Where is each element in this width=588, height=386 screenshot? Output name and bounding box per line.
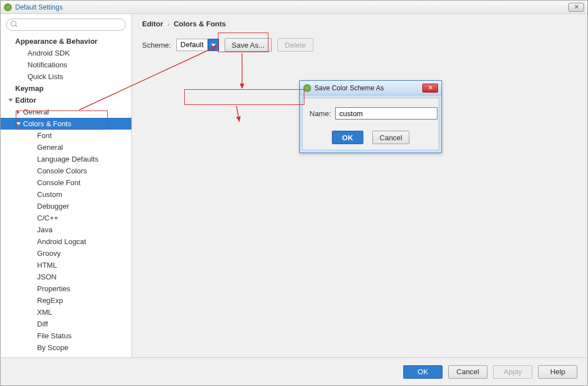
tree-label: RegExp (37, 296, 63, 305)
tree-label: Properties (37, 284, 70, 293)
crumb-root: Editor (142, 20, 163, 28)
dialog-close-button[interactable]: ✕ (422, 84, 438, 93)
tree-json[interactable]: JSON (1, 271, 131, 283)
tree-label: Android SDK (28, 49, 70, 57)
app-icon (4, 3, 12, 11)
tree-debugger[interactable]: Debugger (1, 200, 131, 212)
scheme-value: Default (176, 39, 207, 51)
scheme-combo[interactable]: Default (176, 39, 218, 51)
tree-properties[interactable]: Properties (1, 283, 131, 295)
tree-ccpp[interactable]: C/C++ (1, 212, 131, 224)
tree-label: Android Logcat (37, 237, 86, 246)
tree-label: Keymap (15, 84, 44, 93)
save-scheme-dialog: Save Color Scheme As ✕ Name: OK Cancel (299, 80, 442, 153)
tree-label: Diff (37, 320, 48, 328)
chevron-right-icon: › (167, 21, 169, 27)
dialog-titlebar: Save Color Scheme As ✕ (300, 81, 441, 95)
tree-label: Console Colors (37, 167, 87, 175)
titlebar: Default Settings ✕ (1, 1, 587, 14)
tree-diff[interactable]: Diff (1, 318, 131, 330)
window-title: Default Settings (15, 3, 63, 11)
save-as-button[interactable]: Save As... (225, 38, 272, 52)
tree-label: Language Defaults (37, 155, 98, 163)
ok-button[interactable]: OK (403, 365, 443, 379)
tree-android-logcat[interactable]: Android Logcat (1, 236, 131, 247)
sidebar: Appearance & Behavior Android SDK Notifi… (1, 14, 132, 357)
tree-label: Appearance & Behavior (15, 37, 98, 45)
tree-label: Editor (15, 96, 37, 104)
tree-html[interactable]: HTML (1, 259, 131, 271)
dialog-title: Save Color Scheme As (314, 84, 384, 92)
tree-label: Quick Lists (28, 72, 63, 81)
tree-label: Debugger (37, 202, 69, 210)
tree-java[interactable]: Java (1, 224, 131, 236)
settings-tree: Appearance & Behavior Android SDK Notifi… (1, 34, 131, 357)
tree-keymap[interactable]: Keymap (1, 82, 131, 94)
tree-console-font[interactable]: Console Font (1, 177, 131, 189)
tree-notifications[interactable]: Notifications (1, 59, 131, 71)
name-label: Name: (309, 109, 331, 118)
dialog-body: Name: OK Cancel (302, 98, 439, 150)
footer-bar: OK Cancel Apply Help (1, 357, 587, 385)
delete-button: Delete (277, 38, 313, 52)
scheme-row: Scheme: Default Save As... Delete (142, 38, 577, 52)
settings-window: Default Settings ✕ Appearance & Behavior… (0, 0, 588, 386)
tree-appearance[interactable]: Appearance & Behavior (1, 35, 131, 47)
tree-android-sdk[interactable]: Android SDK (1, 47, 131, 59)
crumb-leaf: Colors & Fonts (174, 20, 226, 28)
tree-label: Groovy (37, 249, 61, 258)
tree-quick-lists[interactable]: Quick Lists (1, 71, 131, 82)
dialog-name-row: Name: (309, 107, 432, 120)
tree-label: General (23, 108, 49, 116)
search-input[interactable] (6, 19, 126, 31)
tree-label: File Status (37, 332, 71, 340)
tree-label: Notifications (28, 61, 67, 69)
cancel-button[interactable]: Cancel (448, 365, 487, 379)
scheme-label: Scheme: (142, 41, 171, 49)
tree-label: Font (37, 131, 52, 140)
help-button[interactable]: Help (538, 365, 577, 379)
tree-regexp[interactable]: RegExp (1, 295, 131, 306)
tree-file-status[interactable]: File Status (1, 330, 131, 342)
tree-label: XML (37, 308, 52, 316)
tree-label: JSON (37, 273, 57, 281)
search-icon (11, 21, 17, 27)
body-area: Appearance & Behavior Android SDK Notifi… (1, 14, 587, 357)
tree-custom[interactable]: Custom (1, 189, 131, 200)
name-input[interactable] (335, 107, 437, 120)
tree-by-scope[interactable]: By Scope (1, 342, 131, 353)
tree-font[interactable]: Font (1, 130, 131, 141)
chevron-down-icon (211, 44, 216, 47)
breadcrumb: Editor › Colors & Fonts (142, 20, 577, 28)
window-close-button[interactable]: ✕ (568, 3, 584, 12)
dialog-ok-button[interactable]: OK (332, 131, 363, 144)
search-wrap (1, 14, 131, 34)
tree-label: Console Font (37, 178, 80, 187)
tree-label: Custom (37, 190, 62, 199)
tree-label: C/C++ (37, 214, 58, 222)
tree-label: Colors & Fonts (23, 120, 71, 128)
tree-colors-fonts[interactable]: Colors & Fonts (1, 118, 131, 130)
scheme-dropdown-button[interactable] (208, 39, 219, 51)
tree-xml[interactable]: XML (1, 306, 131, 318)
tree-editor[interactable]: Editor (1, 94, 131, 106)
tree-lang-defaults[interactable]: Language Defaults (1, 153, 131, 165)
tree-label: HTML (37, 261, 57, 269)
dialog-cancel-button[interactable]: Cancel (372, 131, 409, 144)
tree-label: Java (37, 226, 52, 234)
tree-general[interactable]: General (1, 106, 131, 118)
tree-label: General (37, 143, 63, 151)
app-icon (303, 84, 311, 92)
chevron-down-icon (16, 122, 21, 125)
tree-console-colors[interactable]: Console Colors (1, 165, 131, 177)
chevron-right-icon (17, 110, 20, 114)
tree-cf-general[interactable]: General (1, 141, 131, 153)
tree-groovy[interactable]: Groovy (1, 247, 131, 259)
main-panel: Editor › Colors & Fonts Scheme: Default … (132, 14, 587, 357)
dialog-buttons: OK Cancel (309, 131, 432, 144)
chevron-down-icon (8, 99, 13, 102)
apply-button: Apply (493, 365, 532, 379)
tree-label: By Scope (37, 343, 69, 352)
